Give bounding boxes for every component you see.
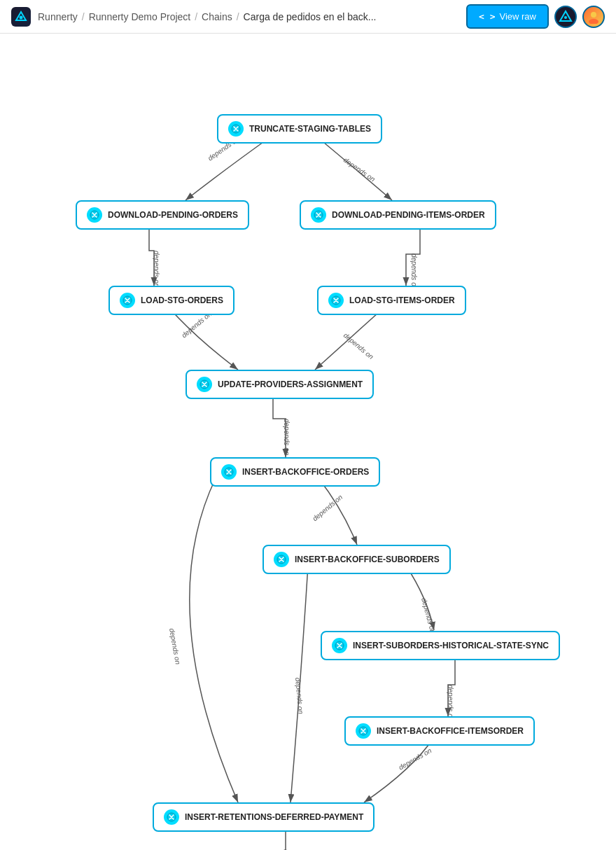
svg-text:depends on: depends on	[311, 493, 344, 522]
user-icon-box[interactable]	[554, 6, 577, 28]
breadcrumb-runnerty[interactable]: Runnerty	[38, 11, 78, 22]
node-icon	[356, 723, 371, 739]
node-icon	[164, 809, 179, 825]
node-label: DOWNLOAD-PENDING-ITEMS-ORDER	[332, 210, 485, 220]
node-icon	[311, 207, 326, 223]
avatar[interactable]	[582, 6, 605, 28]
svg-text:depends on: depends on	[342, 156, 377, 183]
node-label: INSERT-BACKOFFICE-ORDERS	[242, 467, 369, 477]
view-raw-label: View raw	[499, 11, 536, 22]
svg-text:depends on: depends on	[168, 627, 182, 665]
node-load-stg-orders[interactable]: LOAD-STG-ORDERS	[108, 286, 234, 315]
flow-diagram: depends on depends on depends on depends…	[0, 48, 616, 850]
node-insert-backoffice-orders[interactable]: INSERT-BACKOFFICE-ORDERS	[210, 457, 380, 487]
node-update-providers-assignment[interactable]: UPDATE-PROVIDERS-ASSIGNMENT	[186, 370, 374, 399]
svg-text:depends on: depends on	[283, 419, 290, 456]
svg-point-4	[591, 12, 596, 18]
node-icon	[197, 377, 212, 392]
node-label: INSERT-SUBORDERS-HISTORICAL-STATE-SYNC	[353, 641, 549, 650]
svg-text:depends on: depends on	[294, 677, 305, 714]
node-truncate-staging-tables[interactable]: TRUNCATE-STAGING-TABLES	[217, 114, 382, 144]
breadcrumb: Runnerty / Runnerty Demo Project / Chain…	[11, 7, 377, 27]
node-icon	[332, 638, 347, 653]
svg-text:depends on: depends on	[153, 251, 160, 288]
node-icon	[87, 207, 102, 223]
node-label: INSERT-BACKOFFICE-SUBORDERS	[295, 555, 440, 564]
node-label: LOAD-STG-ITEMS-ORDER	[349, 295, 455, 305]
node-icon	[228, 121, 244, 137]
node-load-stg-items-order[interactable]: LOAD-STG-ITEMS-ORDER	[317, 286, 466, 315]
node-label: TRUNCATE-STAGING-TABLES	[249, 124, 371, 134]
breadcrumb-project[interactable]: Runnerty Demo Project	[89, 11, 191, 22]
node-label: UPDATE-PROVIDERS-ASSIGNMENT	[218, 379, 363, 389]
breadcrumb-chains[interactable]: Chains	[202, 11, 232, 22]
header: Runnerty / Runnerty Demo Project / Chain…	[0, 0, 616, 34]
node-download-pending-items-order[interactable]: DOWNLOAD-PENDING-ITEMS-ORDER	[300, 200, 496, 230]
node-label: INSERT-BACKOFFICE-ITEMSORDER	[377, 726, 524, 736]
breadcrumb-sep-1: /	[82, 11, 85, 22]
node-label: DOWNLOAD-PENDING-ORDERS	[108, 210, 238, 220]
node-icon	[274, 552, 289, 567]
node-insert-backoffice-suborders[interactable]: INSERT-BACKOFFICE-SUBORDERS	[262, 545, 451, 574]
node-icon	[120, 293, 135, 308]
breadcrumb-current: Carga de pedidos en el back...	[244, 11, 377, 22]
svg-text:depends on: depends on	[342, 331, 375, 361]
node-insert-suborders-historical-state-sync[interactable]: INSERT-SUBORDERS-HISTORICAL-STATE-SYNC	[321, 631, 560, 660]
node-icon	[221, 464, 237, 480]
svg-text:depends on: depends on	[420, 597, 437, 635]
node-download-pending-orders[interactable]: DOWNLOAD-PENDING-ORDERS	[76, 200, 249, 230]
node-icon	[328, 293, 344, 308]
header-right: < > View raw	[466, 4, 605, 29]
svg-point-3	[564, 16, 567, 19]
view-raw-button[interactable]: < > View raw	[466, 4, 549, 29]
main-content: depends on depends on depends on depends…	[0, 34, 616, 850]
svg-text:depends on: depends on	[398, 746, 433, 772]
node-insert-backoffice-itemsorder[interactable]: INSERT-BACKOFFICE-ITEMSORDER	[344, 716, 535, 746]
breadcrumb-sep-2: /	[195, 11, 197, 22]
node-label: LOAD-STG-ORDERS	[141, 295, 223, 305]
app-logo[interactable]	[11, 7, 31, 27]
svg-point-1	[20, 15, 23, 19]
svg-text:depends on: depends on	[410, 253, 418, 291]
node-label: INSERT-RETENTIONS-DEFERRED-PAYMENT	[185, 812, 363, 822]
breadcrumb-sep-3: /	[237, 11, 239, 22]
node-insert-retentions-deferred-payment[interactable]: INSERT-RETENTIONS-DEFERRED-PAYMENT	[153, 802, 374, 832]
svg-point-5	[589, 19, 598, 24]
code-icon: < >	[479, 11, 495, 22]
